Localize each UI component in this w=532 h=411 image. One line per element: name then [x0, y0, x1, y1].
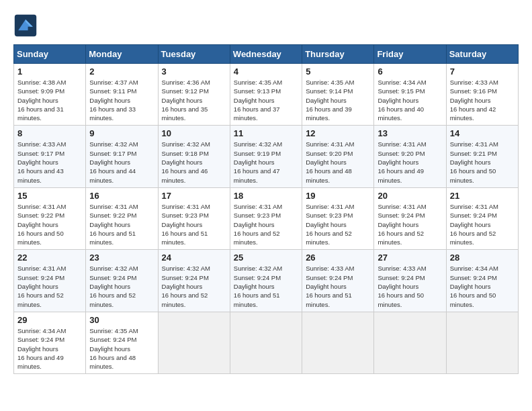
- logo-icon: [13, 13, 38, 38]
- calendar-day-cell: 7 Sunrise: 4:33 AM Sunset: 9:16 PM Dayli…: [446, 64, 518, 126]
- day-info: Sunrise: 4:33 AM Sunset: 9:24 PM Dayligh…: [306, 264, 370, 308]
- day-number: 1: [17, 66, 82, 77]
- day-info: Sunrise: 4:34 AM Sunset: 9:24 PM Dayligh…: [450, 264, 515, 308]
- calendar-day-header: Tuesday: [158, 45, 230, 64]
- calendar-day-cell: 22 Sunrise: 4:31 AM Sunset: 9:24 PM Dayl…: [14, 250, 86, 312]
- day-info: Sunrise: 4:35 AM Sunset: 9:24 PM Dayligh…: [89, 326, 154, 371]
- calendar-day-cell: 3 Sunrise: 4:36 AM Sunset: 9:12 PM Dayli…: [158, 64, 230, 126]
- day-info: Sunrise: 4:32 AM Sunset: 9:24 PM Dayligh…: [162, 264, 226, 308]
- day-number: 3: [162, 66, 226, 77]
- day-number: 19: [306, 191, 370, 201]
- day-info: Sunrise: 4:32 AM Sunset: 9:24 PM Dayligh…: [234, 264, 298, 308]
- day-number: 11: [234, 128, 298, 138]
- calendar-table: SundayMondayTuesdayWednesdayThursdayFrid…: [13, 44, 519, 374]
- calendar-day-cell: 1 Sunrise: 4:38 AM Sunset: 9:09 PM Dayli…: [14, 64, 86, 126]
- day-info: Sunrise: 4:38 AM Sunset: 9:09 PM Dayligh…: [17, 78, 82, 122]
- day-info: Sunrise: 4:31 AM Sunset: 9:23 PM Dayligh…: [306, 202, 370, 246]
- day-info: Sunrise: 4:31 AM Sunset: 9:24 PM Dayligh…: [378, 202, 442, 246]
- day-info: Sunrise: 4:33 AM Sunset: 9:24 PM Dayligh…: [378, 264, 442, 308]
- day-info: Sunrise: 4:31 AM Sunset: 9:24 PM Dayligh…: [17, 264, 82, 308]
- calendar-day-cell: 8 Sunrise: 4:33 AM Sunset: 9:17 PM Dayli…: [14, 126, 86, 187]
- calendar-day-cell: 25 Sunrise: 4:32 AM Sunset: 9:24 PM Dayl…: [230, 250, 302, 312]
- day-info: Sunrise: 4:34 AM Sunset: 9:15 PM Dayligh…: [378, 78, 442, 122]
- day-number: 16: [89, 191, 154, 201]
- day-number: 24: [162, 253, 226, 263]
- day-number: 22: [17, 253, 82, 263]
- calendar-day-cell: 6 Sunrise: 4:34 AM Sunset: 9:15 PM Dayli…: [374, 64, 446, 126]
- day-info: Sunrise: 4:32 AM Sunset: 9:24 PM Dayligh…: [89, 264, 154, 308]
- calendar-day-cell: 4 Sunrise: 4:35 AM Sunset: 9:13 PM Dayli…: [230, 64, 302, 126]
- calendar-day-header: Thursday: [302, 45, 374, 64]
- day-info: Sunrise: 4:33 AM Sunset: 9:17 PM Dayligh…: [17, 140, 82, 184]
- day-info: Sunrise: 4:31 AM Sunset: 9:22 PM Dayligh…: [89, 202, 154, 246]
- day-number: 9: [89, 128, 154, 138]
- day-number: 30: [89, 315, 154, 325]
- day-info: Sunrise: 4:36 AM Sunset: 9:12 PM Dayligh…: [162, 78, 226, 122]
- day-number: 14: [450, 128, 515, 138]
- page-header: [13, 13, 519, 38]
- calendar-week-row: 8 Sunrise: 4:33 AM Sunset: 9:17 PM Dayli…: [14, 126, 519, 187]
- day-info: Sunrise: 4:31 AM Sunset: 9:24 PM Dayligh…: [450, 202, 515, 246]
- calendar-body: 1 Sunrise: 4:38 AM Sunset: 9:09 PM Dayli…: [14, 64, 519, 374]
- calendar-day-header: Wednesday: [230, 45, 302, 64]
- calendar-day-cell: 9 Sunrise: 4:32 AM Sunset: 9:17 PM Dayli…: [86, 126, 158, 187]
- day-number: 25: [234, 253, 298, 263]
- calendar-day-cell: 14 Sunrise: 4:31 AM Sunset: 9:21 PM Dayl…: [446, 126, 518, 187]
- calendar-day-cell: 28 Sunrise: 4:34 AM Sunset: 9:24 PM Dayl…: [446, 250, 518, 312]
- calendar-week-row: 1 Sunrise: 4:38 AM Sunset: 9:09 PM Dayli…: [14, 64, 519, 126]
- day-number: 12: [306, 128, 370, 138]
- calendar-day-cell: 24 Sunrise: 4:32 AM Sunset: 9:24 PM Dayl…: [158, 250, 230, 312]
- day-info: Sunrise: 4:31 AM Sunset: 9:22 PM Dayligh…: [17, 202, 82, 246]
- day-number: 13: [378, 128, 442, 138]
- day-info: Sunrise: 4:32 AM Sunset: 9:19 PM Dayligh…: [234, 140, 298, 184]
- calendar-day-cell: 5 Sunrise: 4:35 AM Sunset: 9:14 PM Dayli…: [302, 64, 374, 126]
- calendar-day-header: Friday: [374, 45, 446, 64]
- calendar-day-cell: 29 Sunrise: 4:34 AM Sunset: 9:24 PM Dayl…: [14, 312, 86, 373]
- calendar-day-cell: 11 Sunrise: 4:32 AM Sunset: 9:19 PM Dayl…: [230, 126, 302, 187]
- day-info: Sunrise: 4:31 AM Sunset: 9:20 PM Dayligh…: [378, 140, 442, 184]
- day-info: Sunrise: 4:34 AM Sunset: 9:24 PM Dayligh…: [17, 326, 82, 371]
- day-info: Sunrise: 4:31 AM Sunset: 9:23 PM Dayligh…: [234, 202, 298, 246]
- calendar-day-header: Monday: [86, 45, 158, 64]
- calendar-day-header: Sunday: [14, 45, 86, 64]
- day-info: Sunrise: 4:31 AM Sunset: 9:23 PM Dayligh…: [162, 202, 226, 246]
- day-info: Sunrise: 4:32 AM Sunset: 9:18 PM Dayligh…: [162, 140, 226, 184]
- day-info: Sunrise: 4:31 AM Sunset: 9:21 PM Dayligh…: [450, 140, 515, 184]
- calendar-day-cell: [302, 312, 374, 373]
- day-number: 2: [89, 66, 154, 77]
- calendar-day-cell: [230, 312, 302, 373]
- calendar-day-cell: 21 Sunrise: 4:31 AM Sunset: 9:24 PM Dayl…: [446, 187, 518, 249]
- calendar-week-row: 22 Sunrise: 4:31 AM Sunset: 9:24 PM Dayl…: [14, 250, 519, 312]
- day-info: Sunrise: 4:33 AM Sunset: 9:16 PM Dayligh…: [450, 78, 515, 122]
- day-info: Sunrise: 4:32 AM Sunset: 9:17 PM Dayligh…: [89, 140, 154, 184]
- calendar-header-row: SundayMondayTuesdayWednesdayThursdayFrid…: [14, 45, 519, 64]
- day-number: 5: [306, 66, 370, 77]
- day-number: 27: [378, 253, 442, 263]
- day-number: 10: [162, 128, 226, 138]
- day-info: Sunrise: 4:35 AM Sunset: 9:13 PM Dayligh…: [234, 78, 298, 122]
- day-info: Sunrise: 4:35 AM Sunset: 9:14 PM Dayligh…: [306, 78, 370, 122]
- calendar-day-cell: [374, 312, 446, 373]
- calendar-day-cell: [158, 312, 230, 373]
- day-number: 7: [450, 66, 515, 77]
- calendar-day-cell: 16 Sunrise: 4:31 AM Sunset: 9:22 PM Dayl…: [86, 187, 158, 249]
- calendar-day-cell: 10 Sunrise: 4:32 AM Sunset: 9:18 PM Dayl…: [158, 126, 230, 187]
- calendar-day-cell: 15 Sunrise: 4:31 AM Sunset: 9:22 PM Dayl…: [14, 187, 86, 249]
- logo: [13, 13, 40, 38]
- day-info: Sunrise: 4:37 AM Sunset: 9:11 PM Dayligh…: [89, 78, 154, 122]
- day-number: 4: [234, 66, 298, 77]
- day-number: 15: [17, 191, 82, 201]
- day-number: 20: [378, 191, 442, 201]
- day-number: 17: [162, 191, 226, 201]
- day-number: 18: [234, 191, 298, 201]
- day-number: 28: [450, 253, 515, 263]
- day-number: 21: [450, 191, 515, 201]
- day-info: Sunrise: 4:31 AM Sunset: 9:20 PM Dayligh…: [306, 140, 370, 184]
- calendar-day-cell: 12 Sunrise: 4:31 AM Sunset: 9:20 PM Dayl…: [302, 126, 374, 187]
- calendar-week-row: 29 Sunrise: 4:34 AM Sunset: 9:24 PM Dayl…: [14, 312, 519, 373]
- calendar-day-cell: 30 Sunrise: 4:35 AM Sunset: 9:24 PM Dayl…: [86, 312, 158, 373]
- day-number: 26: [306, 253, 370, 263]
- calendar-day-cell: [446, 312, 518, 373]
- calendar-day-cell: 2 Sunrise: 4:37 AM Sunset: 9:11 PM Dayli…: [86, 64, 158, 126]
- day-number: 23: [89, 253, 154, 263]
